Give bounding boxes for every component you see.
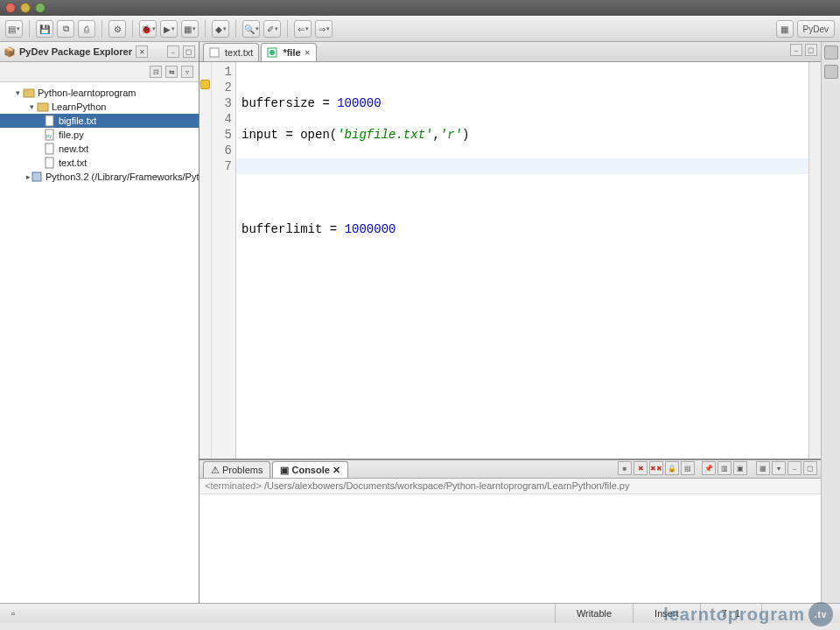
file-label: text.txt (59, 158, 87, 168)
nav-fwd-button[interactable]: ⇒ (315, 20, 332, 38)
line-gutter: 1 2 3 4 5 6 7 (212, 62, 236, 458)
view-menu-icon[interactable]: ▿ (181, 66, 193, 78)
minimize-view-icon[interactable]: – (167, 46, 179, 58)
status-spacer (761, 604, 840, 623)
zoom-window-icon[interactable] (35, 3, 46, 13)
file-label: file.py (59, 130, 84, 140)
tab-label: Problems (222, 465, 262, 475)
package-explorer-view: 📦 PyDev Package Explorer ✕ – ▢ ⊟ ⇆ ▿ ▾ P… (0, 42, 200, 603)
package-label: LearnPython (52, 102, 106, 112)
close-window-icon[interactable] (5, 3, 16, 13)
file-icon (44, 157, 56, 169)
outline-icon[interactable] (824, 46, 838, 60)
minimize-window-icon[interactable] (20, 3, 31, 13)
link-editor-icon[interactable]: ⇆ (165, 66, 178, 78)
maximize-view-icon[interactable]: ▢ (803, 461, 817, 475)
tasks-icon[interactable] (824, 65, 838, 79)
terminated-label: <terminated> (205, 480, 262, 491)
save-all-button[interactable]: ⧉ (57, 20, 74, 38)
search-button[interactable]: 🔍 (242, 20, 260, 38)
file-icon: py (44, 129, 56, 141)
svg-rect-9 (210, 48, 219, 57)
project-label: Python-learntoprogram (38, 88, 136, 98)
tree-interpreter[interactable]: ▸ Python3.2 (/Library/Frameworks/Pyt (0, 170, 199, 184)
status-bar: ▫ Writable Insert 7 : 1 (0, 603, 840, 623)
console-menu-icon[interactable]: ▾ (772, 461, 786, 475)
status-cursor: 7 : 1 (700, 604, 761, 623)
overview-ruler[interactable] (808, 62, 821, 458)
python-file-icon (267, 47, 279, 58)
run-button[interactable]: ▶ (160, 20, 178, 38)
new-pkg-button[interactable]: ◆ (212, 20, 229, 38)
clear-console-icon[interactable]: ▤ (681, 461, 695, 475)
save-button[interactable]: 💾 (36, 20, 53, 38)
open-console-icon[interactable]: ▣ (733, 461, 747, 475)
new-button[interactable]: ▤ (5, 20, 23, 38)
remove-all-icon[interactable]: ✖✖ (649, 461, 663, 475)
new-console-icon[interactable]: ▦ (756, 461, 770, 475)
terminate-icon[interactable]: ■ (618, 461, 632, 475)
maximize-editor-icon[interactable]: ▢ (805, 44, 817, 56)
pin-console-icon[interactable]: 📌 (702, 461, 716, 475)
svg-rect-7 (46, 158, 53, 168)
file-label: bigfile.txt (59, 116, 96, 126)
ext-tools-button[interactable]: ▦ (181, 20, 199, 38)
file-icon (44, 115, 56, 127)
annotate-button[interactable]: ✐ (263, 20, 281, 38)
open-perspective-button[interactable]: ▦ (776, 20, 794, 38)
console-path: /Users/alexbowers/Documents/workspace/Py… (262, 480, 630, 491)
explorer-title: PyDev Package Explorer (19, 46, 132, 57)
tree-project[interactable]: ▾ Python-learntoprogram (0, 86, 199, 100)
minimize-editor-icon[interactable]: – (790, 44, 802, 56)
status-writable: Writable (555, 604, 633, 623)
display-selected-icon[interactable]: ▥ (718, 461, 732, 475)
collapse-all-icon[interactable]: ⊟ (150, 66, 162, 78)
library-icon (31, 171, 43, 183)
tab-label: *file (283, 47, 300, 58)
svg-rect-1 (24, 89, 29, 92)
tree-file-selected[interactable]: bigfile.txt (0, 114, 199, 128)
warning-icon[interactable] (200, 80, 210, 89)
file-label: new.txt (59, 144, 88, 154)
code-area[interactable]: buffersize = 100000 input = open('bigfil… (236, 62, 808, 458)
explorer-tree[interactable]: ▾ Python-learntoprogram ▾ LearnPython bi… (0, 82, 199, 187)
window-titlebar (0, 0, 840, 16)
svg-point-11 (270, 50, 275, 55)
tree-file[interactable]: new.txt (0, 142, 199, 156)
bottom-panel: ⚠ Problems ▣ Console ✕ ■ ✖ ✖✖ 🔒 ▤ 📌 ▥ (200, 459, 821, 603)
minimize-view-icon[interactable]: – (788, 461, 802, 475)
editor-tab-file[interactable]: *file ✕ (261, 43, 316, 61)
debug-button[interactable]: 🐞 (139, 20, 157, 38)
close-tab-icon[interactable]: ✕ (304, 49, 311, 57)
scroll-lock-icon[interactable]: 🔒 (665, 461, 679, 475)
nav-back-button[interactable]: ⇐ (294, 20, 312, 38)
close-view-icon[interactable]: ✕ (136, 46, 148, 58)
editor-tab-text[interactable]: text.txt (203, 43, 259, 61)
interpreter-label: Python3.2 (/Library/Frameworks/Pyt (46, 172, 199, 182)
tab-label: text.txt (225, 47, 253, 58)
problems-icon: ⚠ (211, 465, 220, 476)
tree-file[interactable]: py file.py (0, 128, 199, 142)
tree-file[interactable]: text.txt (0, 156, 199, 170)
console-output[interactable] (200, 494, 821, 603)
remove-launch-icon[interactable]: ✖ (634, 461, 648, 475)
file-icon (44, 143, 56, 155)
code-editor[interactable]: 1 2 3 4 5 6 7 buffersize = 100000 input … (200, 62, 821, 459)
print-button[interactable]: ⎙ (78, 20, 95, 38)
console-icon: ▣ (280, 465, 289, 476)
status-icon[interactable]: ▫ (0, 608, 26, 619)
maximize-view-icon[interactable]: ▢ (183, 46, 195, 58)
svg-rect-3 (46, 116, 53, 126)
annotation-ruler (200, 62, 212, 458)
editor-tabbar: text.txt *file ✕ – ▢ (200, 42, 821, 62)
svg-text:py: py (46, 133, 52, 138)
build-button[interactable]: ⚙ (108, 20, 126, 38)
svg-rect-6 (46, 144, 53, 154)
close-tab-icon[interactable]: ✕ (332, 465, 340, 476)
folder-icon (37, 101, 49, 113)
pydev-perspective-button[interactable]: PyDev (797, 20, 835, 38)
tab-console[interactable]: ▣ Console ✕ (272, 461, 347, 478)
svg-rect-8 (32, 172, 41, 181)
tab-problems[interactable]: ⚠ Problems (203, 461, 270, 478)
tree-package[interactable]: ▾ LearnPython (0, 100, 199, 114)
